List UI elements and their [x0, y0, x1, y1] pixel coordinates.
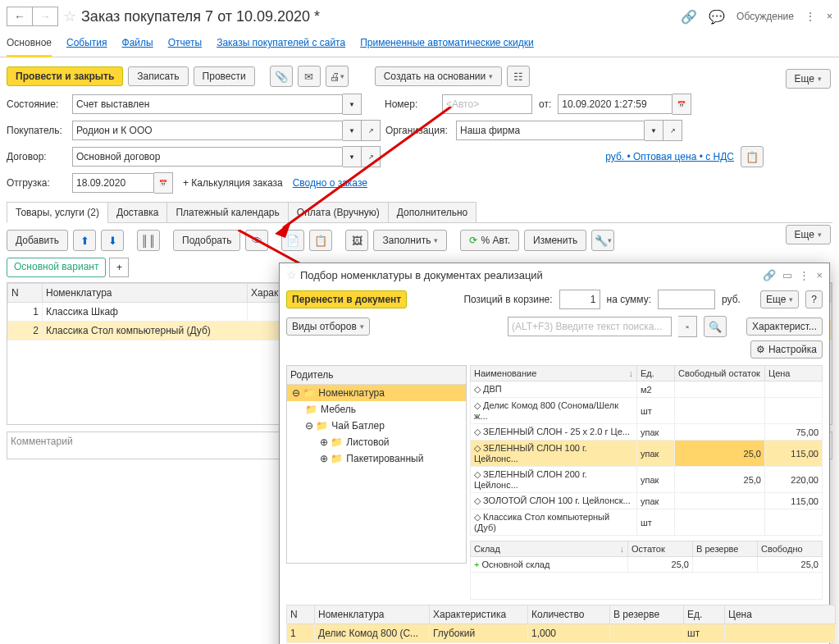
subtab-delivery[interactable]: Доставка — [107, 202, 168, 222]
characteristics-button[interactable]: Характерист... — [746, 317, 823, 336]
col-free[interactable]: Свободно — [758, 541, 823, 557]
structure-icon[interactable]: ☷ — [507, 66, 530, 87]
product-row[interactable]: ◇ Классика Стол компьютерный (Дуб)шт — [471, 509, 823, 536]
ship-date-picker[interactable]: 📅 — [154, 172, 173, 194]
tree-item[interactable]: ⊖ 📁 Номенклатура — [287, 385, 466, 401]
discuss-icon[interactable]: 💬 — [709, 9, 725, 25]
eye-icon[interactable]: 👁 — [245, 230, 268, 251]
products-table[interactable]: Наименование ↓ Ед. Свободный остаток Цен… — [470, 365, 823, 536]
col-bprice[interactable]: Цена — [725, 605, 836, 624]
product-row[interactable]: ◇ ЗОЛОТОЙ СЛОН 100 г. Цейлонск...упак115… — [471, 493, 823, 509]
popup-menu-icon[interactable]: ⋮ — [799, 269, 809, 281]
basket-row[interactable]: 1 Делис Комод 800 (С... Глубокий 1,000 ш… — [287, 624, 836, 643]
col-warehouse[interactable]: Склад ↓ — [471, 541, 628, 557]
filters-dropdown[interactable]: Виды отборов — [286, 317, 370, 336]
col-bqty[interactable]: Количество — [528, 605, 610, 624]
subtab-extra[interactable]: Дополнительно — [388, 202, 476, 222]
price-settings-icon[interactable]: 📋 — [741, 146, 764, 167]
col-bres[interactable]: В резерве — [610, 605, 684, 624]
buyer-input[interactable]: Родион и К ООО — [72, 121, 343, 140]
col-bunit[interactable]: Ед. — [684, 605, 725, 624]
subtab-pay-calendar[interactable]: Платежный календарь — [166, 202, 288, 222]
col-bchar[interactable]: Характеристика — [430, 605, 528, 624]
image-icon[interactable]: 🖼 — [345, 230, 368, 251]
col-bn[interactable]: N — [287, 605, 315, 624]
commit-close-button[interactable]: Провести и закрыть — [7, 66, 123, 86]
popup-more-dropdown[interactable]: Еще — [760, 290, 799, 308]
product-row[interactable]: ◇ Делис Комод 800 (Сонома/Шелк ж...шт — [471, 398, 823, 424]
tab-main[interactable]: Основное — [7, 37, 52, 57]
stock-row[interactable]: + Основной склад25,025,0 — [471, 557, 823, 573]
tab-discounts[interactable]: Примененные автоматические скидки — [360, 37, 534, 48]
variant-add[interactable]: + — [109, 258, 129, 277]
fill-dropdown[interactable]: Заполнить — [373, 230, 447, 251]
tree-item[interactable]: ⊖ 📁 Чай Батлер — [287, 418, 466, 434]
add-row-button[interactable]: Добавить — [7, 230, 68, 251]
number-input[interactable]: <Авто> — [442, 94, 532, 114]
col-nomenclature[interactable]: Номенклатура — [43, 284, 248, 303]
date-input[interactable]: 10.09.2020 1:27:59 — [558, 94, 673, 114]
product-row[interactable]: ◇ ЗЕЛЕННЫЙ СЛОН - 25 x 2.0 г Це...упак75… — [471, 424, 823, 441]
popup-window-icon[interactable]: ▭ — [782, 269, 792, 281]
link-icon[interactable]: 🔗 — [681, 9, 697, 25]
category-tree[interactable]: Родитель ⊖ 📁 Номенклатура 📁 Мебель ⊖ 📁 Ч… — [286, 365, 467, 564]
barcode-icon[interactable]: ║║ — [137, 230, 160, 251]
basket-table[interactable]: N Номенклатура Характеристика Количество… — [286, 605, 836, 644]
discuss-label[interactable]: Обсуждение — [736, 11, 794, 22]
tree-item[interactable]: ⊕ 📁 Пакетированный — [287, 450, 466, 467]
mail-icon[interactable]: ✉ — [298, 66, 321, 87]
col-price[interactable]: Цена — [765, 366, 823, 381]
tab-more-dropdown[interactable]: Еще — [786, 225, 831, 244]
tree-item[interactable]: ⊕ 📁 Листовой — [287, 434, 466, 450]
contract-input[interactable]: Основной договор — [72, 147, 343, 167]
select-button[interactable]: Подобрать — [173, 230, 240, 251]
forward-button[interactable]: → — [32, 7, 58, 26]
print-dropdown[interactable]: 🖨 — [326, 66, 349, 87]
price-type-link[interactable]: руб. • Оптовая цена • с НДС — [605, 151, 734, 162]
popup-star-icon[interactable]: ☆ — [286, 268, 297, 281]
buyer-open[interactable]: ↗ — [362, 120, 381, 141]
product-row[interactable]: ◇ ЗЕЛЕННЫЙ СЛОН 100 г. Цейлонс...упак25,… — [471, 441, 823, 467]
search-clear[interactable]: × — [678, 316, 697, 337]
write-button[interactable]: Записать — [128, 66, 188, 86]
summary-link[interactable]: Сводно о заказе — [293, 177, 367, 189]
popup-help-button[interactable]: ? — [805, 290, 823, 308]
favorite-star-icon[interactable]: ☆ — [63, 7, 76, 25]
product-row[interactable]: ◇ ЗЕЛЕННЫЙ СЛОН 200 г. Цейлонс...упак25,… — [471, 467, 823, 493]
move-up-icon[interactable]: ⬆ — [73, 230, 96, 251]
search-icon[interactable]: 🔍 — [704, 316, 727, 337]
move-down-icon[interactable]: ⬇ — [101, 230, 124, 251]
more-dropdown[interactable]: Еще — [786, 69, 831, 89]
col-reserve[interactable]: В резерве — [693, 541, 758, 557]
col-remain[interactable]: Остаток — [628, 541, 693, 557]
subtab-payment[interactable]: Оплата (Вручную) — [288, 202, 389, 222]
col-bnom[interactable]: Номенклатура — [315, 605, 430, 624]
contract-dropdown[interactable]: ▼ — [343, 146, 362, 167]
date-picker[interactable]: 📅 — [673, 94, 691, 115]
org-open[interactable]: ↗ — [663, 120, 682, 141]
col-unit[interactable]: Ед. — [637, 366, 675, 381]
back-button[interactable]: ← — [7, 7, 33, 26]
copy-icon[interactable]: 📄 — [281, 230, 304, 251]
tab-site-orders[interactable]: Заказы покупателей с сайта — [217, 37, 345, 48]
variant-label[interactable]: Основной вариант — [7, 258, 106, 277]
create-based-dropdown[interactable]: Создать на основании — [375, 66, 503, 86]
subtab-goods[interactable]: Товары, услуги (2) — [7, 202, 108, 223]
tab-events[interactable]: События — [66, 37, 107, 48]
tree-item[interactable]: 📁 Мебель — [287, 401, 466, 418]
popup-link-icon[interactable]: 🔗 — [763, 269, 776, 281]
org-input[interactable]: Наша фирма — [456, 121, 645, 140]
post-button[interactable]: Провести — [194, 66, 255, 86]
paste-icon[interactable]: 📋 — [309, 230, 332, 251]
state-dropdown[interactable]: ▼ — [343, 94, 362, 115]
ship-date-input[interactable]: 18.09.2020 — [72, 173, 154, 193]
col-stock[interactable]: Свободный остаток — [675, 366, 765, 381]
pct-button[interactable]: ⟳ % Авт. — [460, 230, 519, 251]
settings-button[interactable]: ⚙ Настройка — [750, 340, 823, 359]
col-n[interactable]: N — [8, 284, 43, 303]
tools-dropdown[interactable]: 🔧 — [591, 230, 614, 251]
attach-icon[interactable]: 📎 — [270, 66, 293, 87]
buyer-dropdown[interactable]: ▼ — [343, 120, 362, 141]
org-dropdown[interactable]: ▼ — [645, 120, 663, 141]
menu-icon[interactable]: ⋮ — [805, 11, 815, 22]
